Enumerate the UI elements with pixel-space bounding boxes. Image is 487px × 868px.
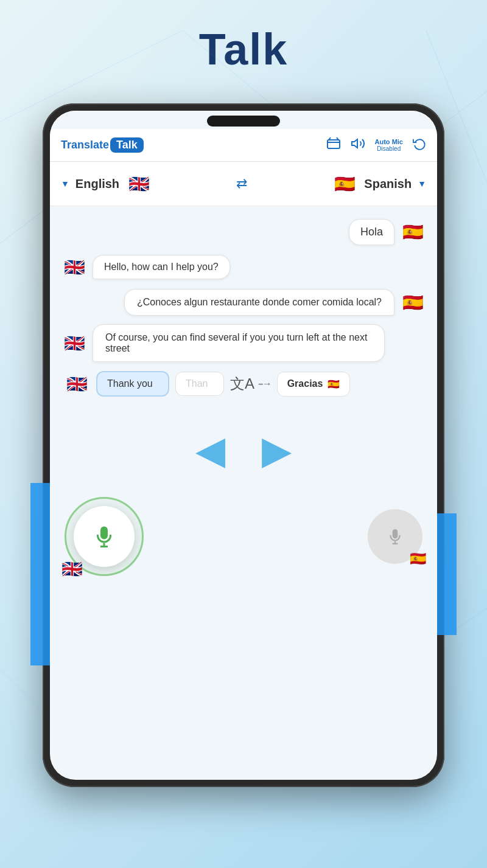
input-ghost: Than [175, 372, 224, 396]
svg-marker-9 [352, 139, 357, 148]
primary-mic-flag: 🇬🇧 [58, 555, 85, 582]
svg-rect-8 [328, 140, 340, 148]
phone-container: Translate Talk [43, 103, 444, 787]
target-language[interactable]: 🇪🇸 Spanish ▼ [331, 170, 426, 197]
message-hello: 🇬🇧 Hello, how can I help you? [61, 254, 426, 280]
result-bubble: Gracias 🇪🇸 [277, 372, 351, 397]
primary-mic[interactable]: 🇬🇧 [65, 497, 144, 576]
flag-hola: 🇪🇸 [399, 218, 426, 245]
bubble-hola: Hola [349, 219, 394, 245]
bubble-restaurant: ¿Conoces algun restaurante donde comer c… [124, 289, 394, 316]
bubble-ofcourse: Of course, you can find several if you y… [93, 324, 385, 362]
source-dropdown-arrow[interactable]: ▼ [61, 179, 69, 189]
result-text: Gracias [287, 378, 323, 389]
mic-ring-inner [74, 506, 135, 567]
mic-icon-primary [93, 526, 115, 547]
secondary-mic-flag: 🇪🇸 [407, 548, 429, 570]
translate-icon: 文A --→ [230, 374, 271, 394]
message-ofcourse: 🇬🇧 Of course, you can find several if yo… [61, 324, 426, 362]
flag-restaurant: 🇪🇸 [399, 289, 426, 316]
auto-mic-disabled: Disabled [377, 145, 401, 152]
target-dropdown-arrow[interactable]: ▼ [418, 179, 426, 189]
flag-ofcourse: 🇬🇧 [61, 330, 88, 356]
secondary-mic[interactable]: 🇪🇸 [368, 509, 422, 564]
app-header: Translate Talk [50, 129, 437, 162]
auto-mic-label: Auto Mic [375, 139, 403, 145]
app-title: Talk [0, 0, 487, 74]
translation-row: 🇬🇧 Thank you Than 文A --→ Gracias 🇪🇸 [61, 370, 426, 397]
logo-talk: Talk [110, 137, 144, 153]
target-flag: 🇪🇸 [331, 170, 358, 197]
source-flag: 🇬🇧 [125, 170, 152, 197]
logo: Translate Talk [61, 137, 144, 153]
phone-notch [207, 116, 280, 127]
source-lang-name: English [75, 177, 119, 191]
message-hola: Hola 🇪🇸 [61, 218, 426, 245]
phone-outer: Translate Talk [43, 103, 444, 787]
mic-icon-secondary [387, 529, 403, 544]
flag-thankyou: 🇬🇧 [63, 370, 90, 397]
flag-hello: 🇬🇧 [61, 254, 88, 280]
nav-arrow-left[interactable]: ◀ [195, 428, 225, 473]
input-text[interactable]: Thank you [96, 371, 169, 397]
bubble-hello: Hello, how can I help you? [93, 255, 230, 279]
nav-arrows: ◀ ▶ [50, 409, 437, 485]
auto-mic-status[interactable]: Auto Mic Disabled [375, 139, 403, 152]
phone-screen: Translate Talk [50, 111, 437, 780]
refresh-icon[interactable] [413, 137, 426, 153]
source-language[interactable]: ▼ English 🇬🇧 [61, 170, 152, 197]
nav-arrow-right[interactable]: ▶ [262, 428, 292, 473]
language-bar: ▼ English 🇬🇧 ⇄ 🇪🇸 Spanish ▼ [50, 162, 437, 206]
speaker-icon[interactable] [351, 136, 365, 154]
chat-area: Hola 🇪🇸 🇬🇧 Hello, how can I help you? ¿C… [50, 206, 437, 409]
camera-translate-icon[interactable] [326, 136, 341, 154]
dashes-arrow: --→ [258, 378, 271, 389]
swap-languages-icon[interactable]: ⇄ [236, 176, 247, 192]
logo-translate: Translate [61, 139, 109, 151]
result-flag: 🇪🇸 [328, 378, 340, 390]
message-restaurant: ¿Conoces algun restaurante donde comer c… [61, 289, 426, 316]
target-lang-name: Spanish [364, 177, 412, 191]
header-icons: Auto Mic Disabled [326, 136, 426, 154]
bottom-mic-area: 🇬🇧 🇪🇸 [50, 485, 437, 600]
